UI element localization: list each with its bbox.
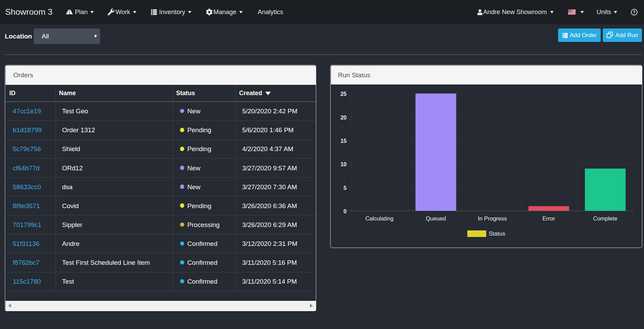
svg-text:Complete: Complete <box>593 215 617 222</box>
svg-text:0: 0 <box>343 208 346 214</box>
svg-text:?: ? <box>633 10 635 14</box>
svg-text:Queued: Queued <box>425 215 446 222</box>
svg-text:10: 10 <box>340 161 346 167</box>
svg-text:Status: Status <box>489 230 505 237</box>
svg-text:15: 15 <box>340 138 346 144</box>
svg-text:5: 5 <box>343 185 346 191</box>
svg-text:20: 20 <box>340 114 346 120</box>
svg-text:Error: Error <box>542 215 555 222</box>
svg-text:In Progress: In Progress <box>478 215 507 222</box>
svg-text:Calculating: Calculating <box>365 215 393 222</box>
svg-text:25: 25 <box>340 91 346 97</box>
